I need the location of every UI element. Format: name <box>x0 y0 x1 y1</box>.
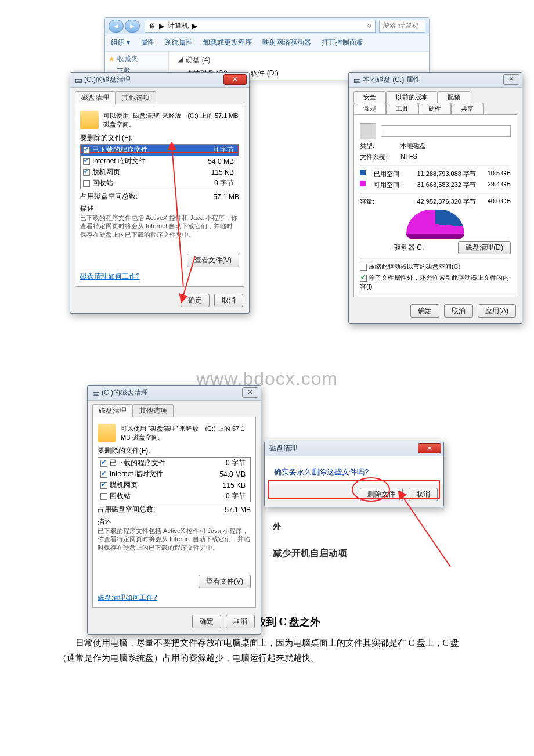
cancel-button[interactable]: 取消 <box>444 304 473 318</box>
tab-quota[interactable]: 配额 <box>438 91 470 103</box>
cleanup-icon <box>80 111 99 129</box>
map-drive-button[interactable]: 映射网络驱动器 <box>262 38 311 48</box>
close-button[interactable]: ✕ <box>418 443 441 453</box>
drive-name-input[interactable] <box>381 125 511 137</box>
file-row[interactable]: 回收站0 字节 <box>98 491 250 502</box>
cleanup-icon <box>98 424 116 442</box>
drive-label: 驱动器 C: <box>394 243 424 253</box>
uninstall-button[interactable]: 卸载或更改程序 <box>203 38 252 48</box>
how-link[interactable]: 磁盘清理如何工作? <box>98 593 157 602</box>
file-row[interactable]: 脱机网页115 KB <box>81 167 239 178</box>
ext-text-outside: 外 <box>273 521 281 532</box>
tab-tools[interactable]: 工具 <box>386 103 418 114</box>
how-link[interactable]: 磁盘清理如何工作? <box>80 272 140 280</box>
drive-properties-dialog: 🖴 本地磁盘 (C:) 属性 ✕ 安全 以前的版本 配额 常规 工具 硬件 共享… <box>348 72 522 324</box>
organize-menu[interactable]: 组织 ▾ <box>111 38 130 48</box>
file-row[interactable]: Service Pack 备份文件0 字节 <box>81 189 239 189</box>
cap-gb: 40.0 GB <box>482 197 511 206</box>
breadcrumb-sep: ▶ <box>192 22 197 30</box>
compress-checkbox[interactable] <box>360 264 367 271</box>
desc-label: 描述 <box>98 517 251 527</box>
view-files-button[interactable]: 查看文件(V) <box>187 254 239 267</box>
type-label: 类型: <box>360 142 395 150</box>
dialog-title: 磁盘清理 ✕ <box>265 441 443 456</box>
breadcrumb-text: 计算机 <box>168 21 189 31</box>
desc-label: 描述 <box>80 204 239 214</box>
total-label: 占用磁盘空间总数: <box>98 505 155 514</box>
used-label: 已用空间: <box>374 170 409 178</box>
view-files-button[interactable]: 查看文件(V) <box>199 575 251 588</box>
close-button[interactable]: ✕ <box>223 74 247 85</box>
free-gb: 29.4 GB <box>482 181 511 189</box>
capacity-pie-chart <box>406 210 464 239</box>
dialog-title-text: 磁盘清理 <box>269 444 297 453</box>
checkbox[interactable] <box>100 471 107 478</box>
free-color-icon <box>360 181 366 186</box>
checkbox[interactable] <box>83 158 90 165</box>
tab-other[interactable]: 其他选项 <box>116 91 156 104</box>
disk-cleanup-dialog: 🖴 (C:)的磁盘清理 ✕ 磁盘清理 其他选项 可以使用 “磁盘清理” 来释放 … <box>70 72 250 314</box>
tab-security[interactable]: 安全 <box>353 91 386 103</box>
file-row[interactable]: Service Pack 备份文件0 字节 <box>98 502 250 502</box>
file-list[interactable]: 已下载的程序文件0 字节 Internet 临时文件54.0 MB 脱机网页11… <box>98 457 251 502</box>
file-row[interactable]: Internet 临时文件54.0 MB <box>81 156 239 167</box>
tab-cleanup[interactable]: 磁盘清理 <box>92 404 133 417</box>
ok-button[interactable]: 确定 <box>192 615 221 628</box>
close-button[interactable]: ✕ <box>242 387 258 398</box>
search-input[interactable]: 搜索 计算机 <box>379 20 425 33</box>
tab-hardware[interactable]: 硬件 <box>418 103 451 114</box>
index-checkbox[interactable] <box>360 275 367 282</box>
index-label: 除了文件属性外，还允许索引此驱动器上文件的内容(I) <box>360 274 509 290</box>
properties-button[interactable]: 属性 <box>140 38 154 48</box>
tab-general[interactable]: 常规 <box>353 103 386 114</box>
control-panel-button[interactable]: 打开控制面板 <box>322 38 363 48</box>
dialog-title: 🖴 (C:)的磁盘清理 ✕ <box>88 386 261 401</box>
tab-sharing[interactable]: 共享 <box>451 103 484 114</box>
ext-text-startup: 减少开机自启动项 <box>273 548 347 560</box>
total-value: 57.1 MB <box>225 506 251 514</box>
type-value: 本地磁盘 <box>400 142 426 150</box>
favorites-heading: ★收藏夹 <box>109 54 165 64</box>
dialog-title-text: 本地磁盘 (C:) 属性 <box>363 75 420 85</box>
checkbox[interactable] <box>100 460 107 467</box>
checkbox[interactable] <box>100 493 107 500</box>
drive-d[interactable]: 软件 (D:) <box>251 69 278 78</box>
disk-cleanup-button[interactable]: 磁盘清理(D) <box>458 241 511 254</box>
checkbox[interactable] <box>83 169 90 176</box>
used-bytes: 11,288,793,088 字节 <box>414 170 476 178</box>
system-properties-button[interactable]: 系统属性 <box>165 38 193 48</box>
file-row[interactable]: Internet 临时文件54.0 MB <box>98 469 250 480</box>
tab-previous-versions[interactable]: 以前的版本 <box>386 91 438 103</box>
refresh-icon[interactable]: ↻ <box>367 23 371 29</box>
file-row[interactable]: 回收站0 字节 <box>81 178 239 189</box>
drives-heading: ◢ 硬盘 (4) <box>175 55 423 65</box>
checkbox[interactable] <box>100 482 107 489</box>
tab-other[interactable]: 其他选项 <box>133 404 174 417</box>
ok-button[interactable]: 确定 <box>181 294 210 307</box>
free-label: 可用空间: <box>374 181 409 189</box>
cancel-button[interactable]: 取消 <box>214 294 243 307</box>
files-label: 要删除的文件(F): <box>98 446 251 456</box>
cancel-button[interactable]: 取消 <box>226 615 255 628</box>
annotation-circle <box>352 477 390 502</box>
files-label: 要删除的文件(F): <box>80 133 239 143</box>
apply-button[interactable]: 应用(A) <box>478 304 516 318</box>
ok-button[interactable]: 确定 <box>410 304 439 318</box>
file-row[interactable]: 脱机网页115 KB <box>98 480 250 491</box>
free-bytes: 31,663,583,232 字节 <box>414 181 476 189</box>
tab-cleanup[interactable]: 磁盘清理 <box>75 91 116 104</box>
cleanup-desc: 可以使用 “磁盘清理” 来释放 (C:) 上的 57.1 MB 磁盘空间。 <box>121 424 251 442</box>
cap-bytes: 42,952,376,320 字节 <box>400 197 476 206</box>
dialog-title: 🖴 (C:)的磁盘清理 ✕ <box>70 73 249 88</box>
close-button[interactable]: ✕ <box>503 74 519 85</box>
file-row[interactable]: 已下载的程序文件0 字节 <box>98 458 250 469</box>
breadcrumb[interactable]: 🖥 ▶ 计算机 ▶ ↻ <box>145 20 376 33</box>
cap-label: 容量: <box>360 197 395 206</box>
annotation-box <box>80 144 239 153</box>
checkbox[interactable] <box>83 147 90 154</box>
checkbox[interactable] <box>83 180 90 187</box>
forward-button[interactable]: ► <box>125 20 140 33</box>
desc-text: 已下载的程序文件包括 ActiveX 控件和 Java 小程序，你查看特定网页时… <box>80 214 239 239</box>
file-list[interactable]: 已下载的程序文件0 字节 Internet 临时文件54.0 MB 脱机网页11… <box>80 144 239 189</box>
back-button[interactable]: ◄ <box>109 20 124 33</box>
